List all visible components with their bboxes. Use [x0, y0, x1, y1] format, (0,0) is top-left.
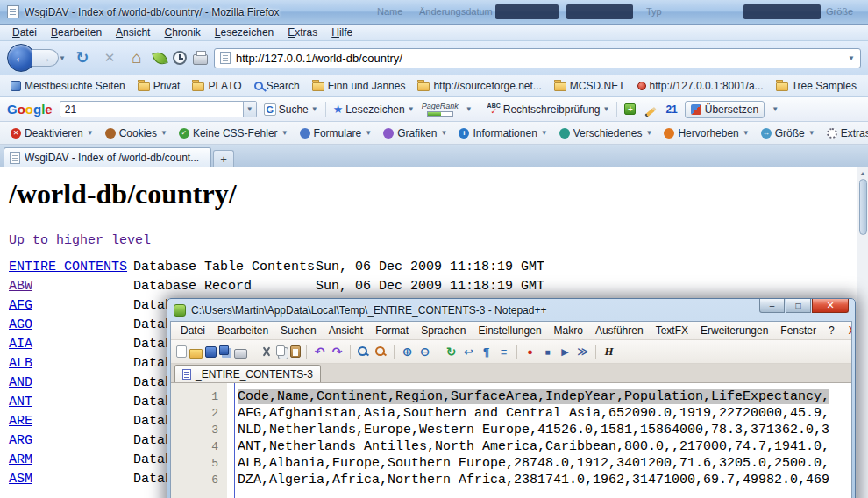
google-search-value[interactable]: 21 [65, 103, 76, 116]
entry-link-ago[interactable]: AGO [9, 316, 133, 335]
open-file-icon[interactable] [189, 349, 203, 359]
zoom-in-icon[interactable]: ⊕ [400, 345, 415, 359]
notepad-titlebar[interactable]: C:\Users\Martin\AppData\Local\Temp\_ENTI… [170, 299, 852, 321]
entry-link-and[interactable]: AND [9, 374, 133, 393]
url-dropdown-caret-icon[interactable]: ▼ [848, 54, 855, 62]
entry-link-arm[interactable]: ARM [9, 451, 133, 470]
menu-ansicht[interactable]: Ansicht [109, 26, 157, 39]
menu-lesezeichen[interactable]: Lesezeichen [208, 26, 281, 39]
scrollbar-thumb[interactable] [859, 179, 867, 235]
webdev-grafiken[interactable]: Grafiken▼ [378, 127, 452, 139]
addon-leaf-icon[interactable] [152, 50, 167, 66]
menu-chronik[interactable]: Chronik [157, 26, 207, 39]
minimize-button[interactable]: – [759, 299, 785, 313]
entry-link-aia[interactable]: AIA [9, 335, 133, 354]
url-text[interactable]: http://127.0.0.1/world-db/country/ [236, 52, 402, 65]
stop-macro-icon[interactable]: ■ [540, 345, 555, 359]
dropdown-caret-icon[interactable]: ▼ [408, 105, 415, 113]
page-scrollbar[interactable]: ▲ [857, 167, 868, 498]
google-search-box[interactable]: 21 ▼ [60, 101, 257, 117]
entry-link-abw[interactable]: ABW [9, 277, 133, 296]
print-icon[interactable] [234, 349, 247, 359]
run-macro-multiple-icon[interactable]: ≫ [575, 345, 590, 359]
dropdown-caret-icon[interactable]: ▼ [466, 105, 473, 113]
dropdown-caret-icon[interactable]: ▼ [772, 105, 779, 113]
bookmark-plato[interactable]: PLATO [187, 80, 246, 92]
close-button[interactable]: ✕ [812, 299, 849, 313]
play-macro-icon[interactable]: ▶ [558, 345, 573, 359]
dropdown-caret-icon[interactable]: ▼ [602, 105, 609, 113]
back-button[interactable]: ← [7, 44, 35, 72]
find-replace-icon[interactable] [374, 345, 388, 359]
history-dropdown-caret-icon[interactable]: ▼ [59, 54, 66, 62]
up-to-higher-level-link[interactable]: Up to higher level [9, 233, 151, 248]
bookmark-tree-samples[interactable]: Tree Samples [771, 80, 862, 92]
forward-button[interactable]: → [32, 49, 59, 67]
zoom-out-icon[interactable]: ⊖ [417, 345, 432, 359]
npp-menu-erweiterungen[interactable]: Erweiterungen [694, 324, 774, 337]
paste-icon[interactable] [290, 345, 301, 358]
translate-button[interactable]: Übersetzen [685, 101, 765, 118]
close-document-button[interactable]: X [841, 324, 852, 337]
webdev-verschiedenes[interactable]: Verschiedenes▼ [554, 127, 658, 139]
history-clock-icon[interactable] [173, 51, 187, 65]
pagerank-indicator[interactable]: PageRank [422, 102, 459, 117]
npp-menu-ausf-hren[interactable]: Ausführen [589, 324, 650, 337]
webdev-deaktivieren[interactable]: ✕Deaktivieren▼ [5, 127, 99, 139]
bookmark-mcsd-net[interactable]: MCSD.NET [549, 80, 630, 92]
firefox-titlebar[interactable]: WsgiDAV - Index of /world-db/country/ - … [0, 0, 868, 25]
new-tab-button[interactable]: + [213, 150, 234, 167]
find-icon[interactable] [356, 345, 371, 359]
scroll-up-icon[interactable]: ▲ [860, 167, 866, 179]
stop-button[interactable]: ✕ [99, 46, 120, 69]
npp-menu-einstellungen[interactable]: Einstellungen [473, 324, 548, 337]
document-tab[interactable]: _ENTIRE_CONTENTS-3 [174, 365, 321, 382]
synchronize-icon[interactable]: ↻ [444, 345, 459, 359]
npp-menu-suchen[interactable]: Suchen [274, 324, 323, 337]
google-search-button[interactable]: G Suche ▼ [264, 103, 318, 116]
npp-menu-textfx[interactable]: TextFX [650, 324, 694, 337]
editor-text-area[interactable]: Code,Name,Continent,Region,SurfaceArea,I… [227, 383, 851, 498]
google-search-dropdown[interactable]: ▼ [243, 102, 256, 117]
entry-link-alb[interactable]: ALB [9, 354, 133, 374]
copy-icon[interactable] [276, 345, 285, 356]
url-bar[interactable]: http://127.0.0.1/world-db/country/ ▼ [214, 48, 861, 68]
record-macro-icon[interactable]: ● [523, 345, 537, 359]
entry-link-entire-contents[interactable]: ENTIRE CONTENTS [9, 258, 133, 277]
bookmark-finn-und-jannes[interactable]: Finn und Jannes [307, 80, 411, 92]
dropdown-caret-icon[interactable]: ▼ [311, 105, 318, 113]
show-all-characters-icon[interactable]: ¶ [479, 345, 494, 359]
undo-icon[interactable]: ↶ [312, 345, 327, 359]
bookmark-search[interactable]: Search [249, 80, 305, 92]
entry-link-afg[interactable]: AFG [9, 296, 133, 316]
refresh-button[interactable]: ↻ [72, 46, 93, 69]
bookmark-http-sourceforge-net[interactable]: http://sourceforge.net... [412, 80, 546, 92]
webdev-informationen[interactable]: iInformationen▼ [453, 127, 552, 139]
google-bookmarks-button[interactable]: ★ Lesezeichen ▼ [333, 103, 415, 116]
webdev-keine-css-fehler[interactable]: ✓Keine CSS-Fehler▼ [174, 127, 294, 139]
npp-menu-fenster[interactable]: Fenster [774, 324, 822, 337]
menu-extras[interactable]: Extras [281, 26, 324, 39]
menu-datei[interactable]: Datei [5, 26, 44, 39]
bookmark-privat[interactable]: Privat [132, 80, 186, 92]
bookmark-http-127-0-0-1-8001-a[interactable]: http://127.0.0.1:8001/a... [632, 80, 769, 92]
npp-menu-ansicht[interactable]: Ansicht [323, 324, 369, 337]
new-file-icon[interactable] [176, 345, 187, 358]
word-wrap-icon[interactable]: ↩ [461, 345, 476, 359]
entry-link-arg[interactable]: ARG [9, 431, 133, 451]
highlighter-icon[interactable] [645, 106, 657, 117]
redo-icon[interactable]: ↷ [330, 345, 345, 359]
indent-guide-icon[interactable]: ≡ [496, 345, 511, 359]
webdev-extras[interactable]: Extras▼ [822, 127, 868, 139]
bookmark-meistbesuchte-seiten[interactable]: Meistbesuchte Seiten [5, 80, 131, 92]
entry-link-ant[interactable]: ANT [9, 393, 133, 412]
webdev-cookies[interactable]: Cookies▼ [100, 127, 173, 139]
home-button[interactable]: ⌂ [126, 46, 147, 69]
menu-bearbeiten[interactable]: Bearbeiten [44, 26, 109, 39]
save-all-icon[interactable] [219, 345, 229, 355]
webdev-gr-e[interactable]: ↔Größe▼ [756, 127, 821, 139]
entry-link-are[interactable]: ARE [9, 412, 133, 431]
textfx-html-icon[interactable]: H [601, 345, 616, 359]
npp-menu-help[interactable]: ? [822, 324, 841, 337]
spellcheck-button[interactable]: ABC✓ Rechtschreibprüfung ▼ [487, 103, 610, 116]
